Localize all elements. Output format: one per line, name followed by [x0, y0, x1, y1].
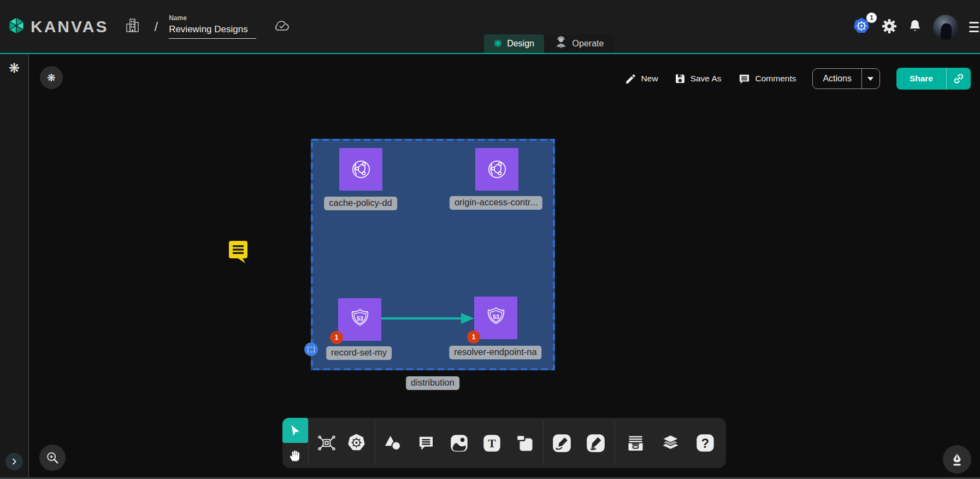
canvas-settings-button[interactable]: ❋: [40, 66, 63, 89]
brand-name: KANVAS: [31, 17, 108, 36]
node-label-resolver-endpoint[interactable]: resolver-endpoint-na: [449, 346, 541, 359]
node-cache-policy[interactable]: [339, 148, 382, 191]
panel-tools-group: ?: [615, 418, 727, 468]
svg-text:53: 53: [357, 316, 363, 322]
floppy-save-icon: [675, 73, 686, 84]
tool-text[interactable]: T: [481, 433, 502, 453]
tool-image[interactable]: [448, 433, 469, 453]
new-label: New: [641, 74, 658, 84]
actions-dropdown-caret[interactable]: [862, 69, 879, 88]
cloudfront-globe-icon: [348, 156, 374, 182]
share-button[interactable]: Share: [896, 68, 946, 90]
name-field-label: Name: [169, 14, 256, 22]
notifications-bell-icon[interactable]: [908, 19, 922, 36]
layers-icon: [660, 433, 681, 453]
selection-resize-handle[interactable]: [304, 342, 318, 356]
question-mark-icon: ?: [696, 434, 715, 452]
edge-arrow: [379, 311, 477, 326]
share-label: Share: [910, 74, 933, 84]
tool-cursor[interactable]: [282, 418, 308, 443]
svg-text:T: T: [488, 437, 496, 450]
tool-kubernetes[interactable]: [346, 433, 367, 453]
node-label-cache-policy[interactable]: cache-policy-dd: [324, 197, 397, 210]
sidebar-expand-button[interactable]: [5, 453, 23, 470]
organization-icon[interactable]: [125, 17, 140, 36]
tool-help[interactable]: ?: [695, 433, 716, 453]
node-origin-access[interactable]: [475, 148, 518, 191]
node-record-set[interactable]: 53: [338, 298, 381, 341]
magnifier-plus-icon: [45, 451, 60, 465]
pen-nib-icon: [949, 452, 965, 467]
header-right-cluster: 1: [852, 0, 980, 54]
comments-button[interactable]: Comments: [738, 73, 796, 85]
new-button[interactable]: New: [625, 73, 658, 85]
tab-design[interactable]: ❋ Design: [484, 34, 544, 53]
tools-toolbar: T: [282, 418, 726, 468]
save-as-label: Save As: [690, 74, 722, 84]
text-icon: T: [483, 434, 501, 452]
group-label-distribution[interactable]: distribution: [406, 376, 459, 390]
pen-path-icon: [552, 434, 571, 453]
tool-pencil-scribble[interactable]: [586, 433, 606, 453]
comment-yellow-icon: [226, 239, 251, 265]
hand-pan-icon: [288, 448, 302, 463]
actions-label: Actions: [823, 74, 851, 84]
flower-gear-icon: ❋: [47, 72, 56, 84]
tool-layers[interactable]: [660, 433, 681, 453]
route53-shield-icon: 53: [483, 305, 509, 331]
design-swirl-icon: ❋: [494, 39, 502, 49]
svg-text:?: ?: [701, 436, 709, 451]
design-name-field: Name: [169, 14, 256, 39]
tool-hand[interactable]: [282, 443, 308, 468]
node-badge-resolver-endpoint: 1: [467, 330, 480, 344]
menu-hamburger-icon[interactable]: [969, 22, 979, 32]
copy-link-button[interactable]: [947, 68, 971, 90]
breadcrumb-separator: /: [154, 19, 158, 34]
tab-operate[interactable]: Operate: [544, 34, 614, 53]
tool-sticky-note[interactable]: [514, 433, 535, 453]
tool-shapes[interactable]: [383, 433, 404, 453]
tab-operate-label: Operate: [572, 39, 604, 49]
tool-pen-path[interactable]: [552, 433, 572, 453]
cloud-sync-icon[interactable]: [273, 19, 291, 35]
mode-tabs: ❋ Design Operate: [484, 34, 614, 53]
node-resolver-endpoint[interactable]: 53: [474, 297, 517, 339]
whiteboard-pen-button[interactable]: [943, 445, 971, 474]
tool-comment[interactable]: [416, 433, 436, 453]
app-header: KANVAS / Name ❋ Design: [0, 0, 980, 54]
settings-gear-icon[interactable]: [882, 19, 897, 36]
tool-drawer[interactable]: [625, 433, 646, 453]
route53-shield-icon: 53: [347, 306, 373, 333]
node-badge-record-set: 1: [330, 331, 343, 344]
save-as-button[interactable]: Save As: [675, 73, 722, 84]
image-icon: [450, 434, 468, 452]
actions-button[interactable]: Actions: [813, 69, 861, 88]
share-split-button: Share: [896, 68, 971, 90]
comment-marker[interactable]: [226, 239, 251, 267]
left-sidebar: ❋: [0, 54, 29, 479]
drawing-tools-group: [544, 418, 615, 468]
kubernetes-context-button[interactable]: 1: [852, 17, 871, 38]
zoom-in-button[interactable]: [39, 445, 66, 471]
annotation-tools-group: T: [375, 418, 543, 468]
comment-bubble-icon: [738, 73, 751, 85]
design-name-input[interactable]: [169, 23, 256, 39]
selection-group-distribution[interactable]: 53 53 cache-policy-dd origin-access-cont…: [311, 139, 555, 370]
comments-label: Comments: [755, 74, 796, 84]
design-canvas[interactable]: ❋ New Save As: [29, 54, 980, 479]
user-avatar[interactable]: [933, 15, 958, 40]
drawer-archive-icon: [625, 434, 646, 453]
actions-split-button: Actions: [812, 68, 879, 89]
meshery-swirl-icon[interactable]: ❋: [9, 61, 20, 76]
chevron-right-icon: [10, 457, 19, 466]
handle-square-icon: [308, 347, 315, 352]
pointer-tools-column: [282, 418, 308, 468]
cloudfront-globe-icon: [484, 156, 510, 182]
node-label-record-set[interactable]: record-set-my: [326, 346, 392, 360]
circuit-chip-icon: [317, 433, 336, 453]
node-label-origin-access[interactable]: origin-access-contr...: [450, 196, 542, 210]
comment-bubble-icon: [417, 434, 435, 452]
kanvas-logo[interactable]: KANVAS: [8, 16, 108, 38]
tool-components-circuit[interactable]: [316, 433, 337, 453]
link-icon: [953, 73, 965, 85]
